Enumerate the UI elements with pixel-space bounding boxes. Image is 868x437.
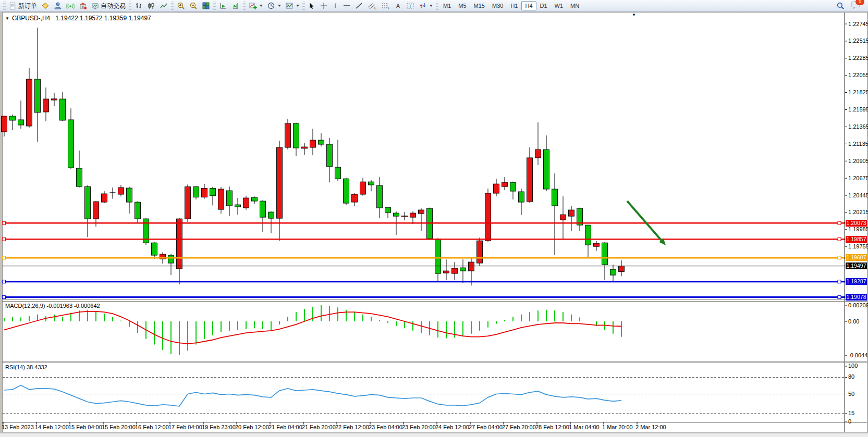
zoom-out-icon [189,2,198,10]
price-level-badge: 1.19857 [846,236,867,243]
zoom-in-button[interactable] [175,0,187,11]
line-handle-left[interactable] [3,221,6,224]
channel-button[interactable]: E [365,0,379,11]
indicators-caret-icon [260,5,263,7]
timeframe-m5[interactable]: M5 [455,1,470,10]
zoom-out-button[interactable] [187,0,200,11]
timeframe-d1[interactable]: D1 [536,1,551,10]
arrows-caret-icon [430,5,433,7]
line-handle-right[interactable] [838,296,841,299]
chart-background[interactable] [2,13,867,433]
cursor-button[interactable] [306,0,317,11]
arrow-annotation[interactable] [627,201,661,240]
timeframe-h1[interactable]: H1 [507,1,521,10]
time-axis-label: 27 Feb 20:00 [502,424,536,430]
timeframe-m30[interactable]: M30 [488,1,507,10]
timeframe-m1[interactable]: M1 [439,1,455,10]
price-level-badge: 1.20073 [846,220,867,227]
line-handle-right[interactable] [838,238,841,241]
time-axis-label: 15 Feb 20:00 [102,424,136,430]
arrows-icon [419,2,427,10]
toolbar-grip[interactable] [436,2,438,10]
candle-body [477,241,483,263]
candle-body [85,186,91,219]
crosshair-button[interactable] [317,0,330,11]
toolbar-grip[interactable] [243,2,246,10]
candle-body [35,79,41,113]
market-button[interactable] [77,0,89,11]
line-handle-right[interactable] [838,221,841,224]
candle-body [268,212,274,218]
line-handle-left[interactable] [3,256,6,259]
text-label-icon: T [406,2,414,10]
chart-title: ▼GBPUSD-,H41.19422 1.19572 1.19359 1.194… [5,15,151,22]
new-order-button[interactable]: 新订单 [7,0,39,11]
line-handle-right[interactable] [838,256,841,259]
time-axis-label: 14 Feb 12:00 [35,424,69,430]
new-order-icon [9,2,17,10]
community-button[interactable] [52,0,64,11]
candle-chart-button[interactable] [145,0,157,11]
toolbar-grip[interactable] [213,2,216,10]
text-button[interactable]: A [393,0,404,11]
periods-button[interactable] [265,0,283,11]
candle-body [52,99,57,100]
timeframe-h4[interactable]: H4 [521,1,536,10]
chart-symbol: GBPUSD-,H4 [12,15,50,22]
rsi-axis-label: 0 [848,418,851,425]
arrow-annotation-head[interactable] [659,239,666,245]
gold-symbol-button[interactable] [39,0,52,11]
chart-marker-icon[interactable]: ▼ [632,13,636,17]
price-axis-label: 1.21825 [848,89,868,96]
indicators-button[interactable] [247,0,265,11]
line-handle-right[interactable] [838,280,841,283]
chart-canvas[interactable] [0,0,868,437]
toolbar-grip[interactable] [3,2,6,10]
trendline-button[interactable] [353,0,365,11]
chart-dropdown-icon[interactable]: ▼ [5,16,9,21]
chart-shift-button[interactable] [229,0,242,11]
timeframe-mn[interactable]: MN [567,1,583,10]
timeframe-group: M1M5M15M30H1H4D1W1MN [439,1,583,10]
arrows-button[interactable] [417,0,435,11]
line-chart-button[interactable] [157,0,170,11]
vertical-line-button[interactable] [330,0,340,11]
auto-trading-button[interactable]: 自动交易 [89,0,128,11]
candle-body [152,243,157,255]
toolbar-grip[interactable] [302,2,305,10]
toolbar-grip[interactable] [171,2,174,10]
line-handle-left[interactable] [3,296,6,299]
price-axis-label: 1.20675 [848,175,868,182]
line-handle-left[interactable] [3,238,6,241]
periods-caret-icon [278,5,281,7]
trendline-icon [355,2,363,10]
chat-button[interactable]: 1 [851,1,861,11]
price-axis-label: 1.21595 [848,106,868,113]
fibonacci-button[interactable]: F [379,0,393,11]
window-left-edge [0,12,3,433]
svg-text:F: F [388,6,390,10]
candle-body [377,185,383,208]
auto-scroll-button[interactable] [217,0,229,11]
timeframe-m15[interactable]: M15 [470,1,488,10]
candle-body [552,189,558,206]
indicators-icon [249,2,257,10]
candle-body [577,208,583,225]
templates-button[interactable] [283,0,301,11]
search-button[interactable] [834,0,847,11]
tile-windows-button[interactable] [200,0,212,11]
bar-chart-button[interactable] [132,0,145,11]
toolbar-grip[interactable] [129,2,131,10]
line-handle-left[interactable] [3,280,6,283]
candle-body [452,268,458,273]
timeframe-w1[interactable]: W1 [551,1,567,10]
candle-body [310,140,316,147]
candle-body [60,99,66,120]
horizontal-line-button[interactable] [340,0,353,11]
candle-body [294,123,299,148]
price-axis-label: 1.21365 [848,123,868,130]
signals-button[interactable] [64,0,77,11]
candle-body [302,147,308,148]
chart-ohlc: 1.19422 1.19572 1.19359 1.19497 [55,15,151,22]
text-label-button[interactable]: T [404,0,417,11]
